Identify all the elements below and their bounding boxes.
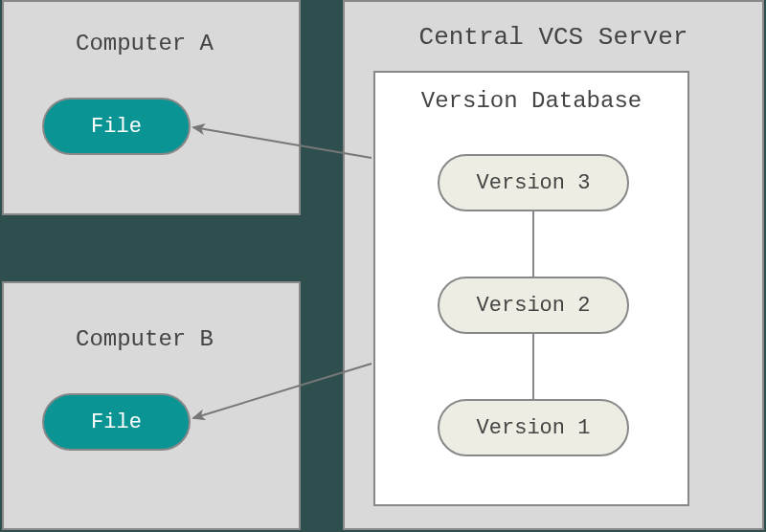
version-1: Version 1	[438, 399, 629, 456]
server-title: Central VCS Server	[345, 23, 762, 52]
computer-b-file-label: File	[91, 410, 142, 434]
version-3: Version 3	[438, 154, 629, 211]
version-3-label: Version 3	[477, 171, 591, 195]
version-database: Version Database Version 3 Version 2 Ver…	[373, 71, 689, 506]
version-database-title: Version Database	[375, 88, 687, 114]
version-1-label: Version 1	[477, 416, 591, 440]
computer-b-file: File	[42, 393, 191, 451]
computer-a-title: Computer A	[76, 31, 214, 56]
computer-b-title: Computer B	[76, 326, 214, 352]
connector-2-1	[532, 334, 534, 399]
computer-a-panel: Computer A File	[2, 0, 301, 215]
computer-a-file-label: File	[91, 115, 142, 139]
server-panel: Central VCS Server Version Database Vers…	[343, 0, 764, 530]
version-2: Version 2	[438, 277, 629, 334]
computer-b-panel: Computer B File	[2, 281, 301, 530]
diagram-stage: Computer A File Computer B File Central …	[0, 0, 766, 532]
version-2-label: Version 2	[477, 294, 591, 318]
computer-a-file: File	[42, 98, 191, 155]
connector-3-2	[532, 211, 534, 277]
